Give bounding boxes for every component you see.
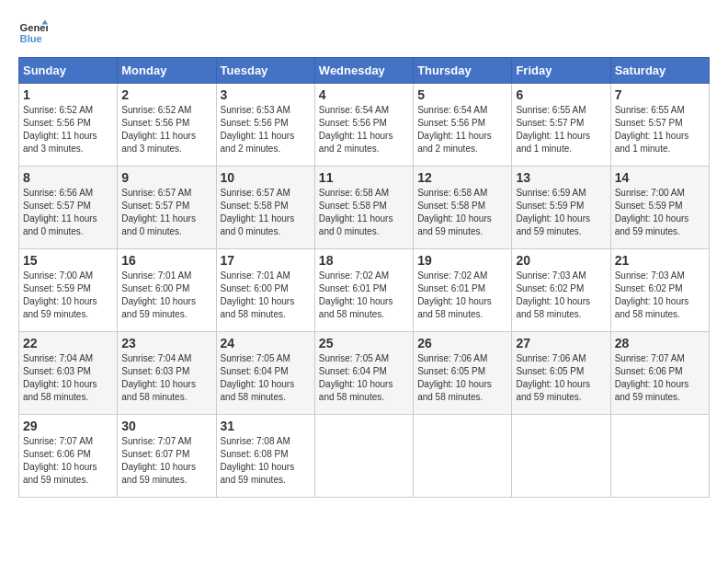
day-number: 28 <box>615 336 705 350</box>
day-number: 3 <box>221 87 311 102</box>
day-info: Sunrise: 6:58 AM Sunset: 5:58 PM Dayligh… <box>319 187 409 238</box>
day-info: Sunrise: 7:04 AM Sunset: 6:03 PM Dayligh… <box>23 352 113 404</box>
calendar-cell: 12 Sunrise: 6:58 AM Sunset: 5:58 PM Dayl… <box>414 167 512 249</box>
day-info: Sunrise: 6:57 AM Sunset: 5:57 PM Dayligh… <box>121 187 211 238</box>
day-number: 26 <box>417 336 507 350</box>
calendar-cell: 10 Sunrise: 6:57 AM Sunset: 5:58 PM Dayl… <box>216 167 314 249</box>
day-info: Sunrise: 7:08 AM Sunset: 6:08 PM Dayligh… <box>221 435 311 487</box>
calendar-cell: 24 Sunrise: 7:05 AM Sunset: 6:04 PM Dayl… <box>216 332 314 415</box>
calendar-cell: 9 Sunrise: 6:57 AM Sunset: 5:57 PM Dayli… <box>118 167 216 249</box>
day-info: Sunrise: 7:00 AM Sunset: 5:59 PM Dayligh… <box>615 187 705 238</box>
calendar-cell <box>610 415 709 498</box>
calendar-cell: 25 Sunrise: 7:05 AM Sunset: 6:04 PM Dayl… <box>314 332 413 415</box>
day-info: Sunrise: 7:01 AM Sunset: 6:00 PM Dayligh… <box>121 270 211 321</box>
calendar-cell: 17 Sunrise: 7:01 AM Sunset: 6:00 PM Dayl… <box>216 249 314 332</box>
calendar-cell <box>414 415 512 498</box>
weekday-header-sunday: Sunday <box>19 58 118 84</box>
calendar-cell: 5 Sunrise: 6:54 AM Sunset: 5:56 PM Dayli… <box>414 84 512 167</box>
day-info: Sunrise: 6:54 AM Sunset: 5:56 PM Dayligh… <box>319 104 409 155</box>
calendar-week-5: 29 Sunrise: 7:07 AM Sunset: 6:06 PM Dayl… <box>19 415 710 498</box>
calendar-cell: 27 Sunrise: 7:06 AM Sunset: 6:05 PM Dayl… <box>512 332 610 415</box>
calendar-cell: 23 Sunrise: 7:04 AM Sunset: 6:03 PM Dayl… <box>118 332 216 415</box>
calendar-cell: 30 Sunrise: 7:07 AM Sunset: 6:07 PM Dayl… <box>118 415 216 498</box>
day-info: Sunrise: 6:58 AM Sunset: 5:58 PM Dayligh… <box>417 187 507 238</box>
day-info: Sunrise: 6:59 AM Sunset: 5:59 PM Dayligh… <box>516 187 606 238</box>
day-info: Sunrise: 7:05 AM Sunset: 6:04 PM Dayligh… <box>221 352 311 404</box>
day-number: 31 <box>221 419 311 433</box>
logo: General Blue <box>18 18 48 48</box>
calendar-cell: 31 Sunrise: 7:08 AM Sunset: 6:08 PM Dayl… <box>216 415 314 498</box>
day-info: Sunrise: 6:56 AM Sunset: 5:57 PM Dayligh… <box>23 187 113 238</box>
day-info: Sunrise: 7:06 AM Sunset: 6:05 PM Dayligh… <box>417 352 507 404</box>
calendar-cell: 15 Sunrise: 7:00 AM Sunset: 5:59 PM Dayl… <box>19 249 118 332</box>
day-info: Sunrise: 7:07 AM Sunset: 6:07 PM Dayligh… <box>121 435 211 487</box>
day-info: Sunrise: 7:04 AM Sunset: 6:03 PM Dayligh… <box>121 352 211 404</box>
calendar-cell: 29 Sunrise: 7:07 AM Sunset: 6:06 PM Dayl… <box>19 415 118 498</box>
calendar-cell: 21 Sunrise: 7:03 AM Sunset: 6:02 PM Dayl… <box>610 249 709 332</box>
calendar-cell: 28 Sunrise: 7:07 AM Sunset: 6:06 PM Dayl… <box>610 332 709 415</box>
calendar-cell: 14 Sunrise: 7:00 AM Sunset: 5:59 PM Dayl… <box>610 167 709 249</box>
weekday-header-wednesday: Wednesday <box>314 58 413 84</box>
day-info: Sunrise: 7:01 AM Sunset: 6:00 PM Dayligh… <box>221 270 311 321</box>
day-number: 10 <box>221 170 311 185</box>
day-number: 6 <box>516 87 606 102</box>
day-number: 11 <box>319 170 409 185</box>
day-info: Sunrise: 7:07 AM Sunset: 6:06 PM Dayligh… <box>615 352 705 404</box>
calendar-week-3: 15 Sunrise: 7:00 AM Sunset: 5:59 PM Dayl… <box>19 249 710 332</box>
calendar-cell: 13 Sunrise: 6:59 AM Sunset: 5:59 PM Dayl… <box>512 167 610 249</box>
day-number: 23 <box>121 336 211 350</box>
day-info: Sunrise: 7:05 AM Sunset: 6:04 PM Dayligh… <box>319 352 409 404</box>
day-number: 22 <box>23 336 113 350</box>
day-number: 12 <box>417 170 507 185</box>
weekday-header-friday: Friday <box>512 58 610 84</box>
day-info: Sunrise: 7:07 AM Sunset: 6:06 PM Dayligh… <box>23 435 113 487</box>
day-info: Sunrise: 7:00 AM Sunset: 5:59 PM Dayligh… <box>23 270 113 321</box>
calendar-cell: 18 Sunrise: 7:02 AM Sunset: 6:01 PM Dayl… <box>314 249 413 332</box>
day-number: 18 <box>319 253 409 268</box>
calendar-cell: 16 Sunrise: 7:01 AM Sunset: 6:00 PM Dayl… <box>118 249 216 332</box>
day-number: 24 <box>221 336 311 350</box>
calendar-cell: 3 Sunrise: 6:53 AM Sunset: 5:56 PM Dayli… <box>216 84 314 167</box>
calendar-cell: 1 Sunrise: 6:52 AM Sunset: 5:56 PM Dayli… <box>19 84 118 167</box>
day-number: 17 <box>221 253 311 268</box>
day-number: 13 <box>516 170 606 185</box>
day-number: 5 <box>417 87 507 102</box>
day-number: 25 <box>319 336 409 350</box>
calendar-cell: 26 Sunrise: 7:06 AM Sunset: 6:05 PM Dayl… <box>414 332 512 415</box>
calendar-cell: 7 Sunrise: 6:55 AM Sunset: 5:57 PM Dayli… <box>610 84 709 167</box>
day-number: 27 <box>516 336 606 350</box>
day-number: 29 <box>23 419 113 433</box>
day-info: Sunrise: 6:53 AM Sunset: 5:56 PM Dayligh… <box>221 104 311 155</box>
day-number: 30 <box>121 419 211 433</box>
day-number: 7 <box>615 87 705 102</box>
day-number: 2 <box>121 87 211 102</box>
day-info: Sunrise: 6:54 AM Sunset: 5:56 PM Dayligh… <box>417 104 507 155</box>
day-info: Sunrise: 6:52 AM Sunset: 5:56 PM Dayligh… <box>121 104 211 155</box>
calendar-cell: 20 Sunrise: 7:03 AM Sunset: 6:02 PM Dayl… <box>512 249 610 332</box>
calendar-cell: 2 Sunrise: 6:52 AM Sunset: 5:56 PM Dayli… <box>118 84 216 167</box>
day-number: 8 <box>23 170 113 185</box>
day-number: 9 <box>121 170 211 185</box>
calendar-cell: 22 Sunrise: 7:04 AM Sunset: 6:03 PM Dayl… <box>19 332 118 415</box>
calendar-week-4: 22 Sunrise: 7:04 AM Sunset: 6:03 PM Dayl… <box>19 332 710 415</box>
day-info: Sunrise: 7:06 AM Sunset: 6:05 PM Dayligh… <box>516 352 606 404</box>
day-number: 14 <box>615 170 705 185</box>
day-info: Sunrise: 7:02 AM Sunset: 6:01 PM Dayligh… <box>417 270 507 321</box>
calendar-cell: 11 Sunrise: 6:58 AM Sunset: 5:58 PM Dayl… <box>314 167 413 249</box>
day-number: 1 <box>23 87 113 102</box>
day-info: Sunrise: 6:57 AM Sunset: 5:58 PM Dayligh… <box>221 187 311 238</box>
calendar-table: SundayMondayTuesdayWednesdayThursdayFrid… <box>18 57 710 498</box>
weekday-header-thursday: Thursday <box>414 58 512 84</box>
day-number: 4 <box>319 87 409 102</box>
weekday-header-saturday: Saturday <box>610 58 709 84</box>
day-info: Sunrise: 7:02 AM Sunset: 6:01 PM Dayligh… <box>319 270 409 321</box>
day-info: Sunrise: 6:52 AM Sunset: 5:56 PM Dayligh… <box>23 104 113 155</box>
day-info: Sunrise: 7:03 AM Sunset: 6:02 PM Dayligh… <box>516 270 606 321</box>
day-number: 21 <box>615 253 705 268</box>
day-number: 19 <box>417 253 507 268</box>
calendar-cell <box>314 415 413 498</box>
calendar-week-2: 8 Sunrise: 6:56 AM Sunset: 5:57 PM Dayli… <box>19 167 710 249</box>
calendar-cell: 8 Sunrise: 6:56 AM Sunset: 5:57 PM Dayli… <box>19 167 118 249</box>
day-number: 16 <box>121 253 211 268</box>
day-number: 20 <box>516 253 606 268</box>
